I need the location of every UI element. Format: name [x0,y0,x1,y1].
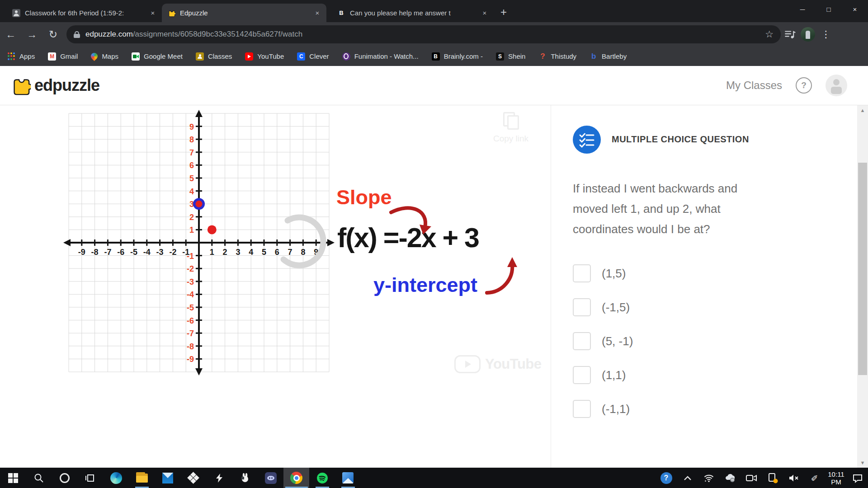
option-label: (1,1) [602,368,626,382]
tab-brainly[interactable]: B Can you please help me answer t × [332,4,494,22]
bookmark-clever[interactable]: C Clever [297,52,329,61]
checkbox[interactable] [573,366,591,384]
checkbox[interactable] [573,298,591,316]
scroll-down-icon[interactable]: ▼ [857,460,868,465]
mail-icon [162,473,173,483]
pen-button[interactable]: ✎ [804,468,826,488]
cortana-button[interactable] [52,468,77,488]
svg-text:-1: -1 [187,252,194,261]
copy-link-label: Copy link [484,134,538,144]
assignment-content: -9-9-8-8-7-7-6-6-5-5-4-4-3-3-2-2-1-11122… [0,105,868,468]
task-view-button[interactable] [77,468,103,488]
edpuzzle-logo[interactable]: edpuzzle [10,75,99,96]
bookmark-label: Apps [19,52,35,60]
tray-expand-button[interactable] [677,468,698,488]
bookmark-shein[interactable]: S Shein [496,52,525,61]
account-avatar[interactable] [826,75,847,96]
chrome-icon [290,472,302,484]
option-label: (1,5) [602,267,626,281]
bookmark-funimation[interactable]: Funimation - Watch... [342,52,419,61]
lightning-app-button[interactable] [206,468,232,488]
window-minimize-icon[interactable]: ─ [789,0,816,19]
wifi-icon [703,473,714,483]
funimation-icon [342,52,350,61]
bookmark-label: Classes [208,52,232,60]
answer-option[interactable]: (5, -1) [573,332,633,351]
tab-classwork[interactable]: Classwork for 6th Period (1:59-2: × [7,4,162,22]
onedrive-button[interactable] [719,468,741,488]
chevron-up-icon [683,474,692,482]
bookmark-brainly[interactable]: B Brainly.com - [432,52,483,61]
media-playlist-icon[interactable] [781,28,799,40]
close-tab-icon[interactable]: × [312,8,323,19]
forward-icon[interactable]: → [21,28,42,41]
scrollbar[interactable]: ▲ ▼ [857,105,868,468]
rotation-lock-button[interactable] [762,468,783,488]
edge-button[interactable] [103,468,129,488]
answer-option[interactable]: (-1,5) [573,298,630,317]
window-close-icon[interactable]: × [842,0,868,19]
help-icon[interactable]: ? [796,77,812,94]
browser-menu-icon[interactable]: ⋮ [817,29,835,40]
shein-s-icon: S [496,52,504,61]
answer-option[interactable]: (1,5) [573,264,626,283]
bookmark-star-icon[interactable]: ☆ [765,29,774,40]
bookmark-youtube[interactable]: YouTube [245,52,284,61]
file-explorer-button[interactable] [129,468,155,488]
lightning-icon [214,473,225,483]
address-bar[interactable]: edpuzzle.com/assignments/6058d9bc33e3514… [66,25,781,43]
meet-now-button[interactable] [741,468,762,488]
answer-option[interactable]: (1,1) [573,366,626,385]
bookmark-bartleby[interactable]: b Bartleby [590,52,627,61]
volume-button[interactable] [783,468,804,488]
spotify-button[interactable] [309,468,335,488]
checkbox[interactable] [573,332,591,350]
photos-button[interactable] [335,468,361,488]
taskbar-clock[interactable]: 10:11 PM [826,468,847,488]
scroll-up-icon[interactable]: ▲ [857,108,868,113]
start-button[interactable] [0,468,26,488]
dropbox-button[interactable] [180,468,206,488]
task-view-icon [85,473,96,483]
bookmark-maps[interactable]: Maps [91,52,118,60]
bookmark-thistudy[interactable]: ? Thistudy [538,52,576,61]
brand-name: edpuzzle [34,76,99,95]
new-tab-button[interactable]: + [496,5,511,20]
reload-icon[interactable]: ↻ [42,28,64,41]
youtube-watermark-text: YouTube [485,356,542,372]
youtube-play-icon [454,355,481,373]
back-icon[interactable]: ← [0,28,21,41]
scrollbar-thumb[interactable] [858,163,867,375]
bookmark-google-meet[interactable]: Google Meet [132,52,183,61]
action-center-button[interactable] [847,468,868,488]
search-button[interactable] [26,468,52,488]
discord-button[interactable] [258,468,283,488]
multiple-choice-icon [573,126,601,154]
classroom-icon [196,52,204,61]
bookmark-classes[interactable]: Classes [196,52,232,61]
anki-button[interactable] [232,468,258,488]
my-classes-link[interactable]: My Classes [726,79,782,92]
close-tab-icon[interactable]: × [147,8,158,19]
svg-text:-5: -5 [130,248,137,257]
checkbox[interactable] [573,264,591,282]
bookmark-apps[interactable]: Apps [7,52,35,61]
chrome-button[interactable] [283,468,309,488]
photos-icon [342,472,354,483]
close-tab-icon[interactable]: × [479,8,490,19]
svg-text:1: 1 [210,248,214,257]
get-help-button[interactable]: ? [656,468,677,488]
tab-edpuzzle[interactable]: Edpuzzle × [162,4,326,22]
svg-text:-4: -4 [187,290,194,299]
bookmark-gmail[interactable]: M Gmail [48,52,78,61]
checkbox[interactable] [573,400,591,418]
answer-option[interactable]: (-1,1) [573,399,630,418]
tab-title: Can you please help me answer t [350,9,476,17]
window-controls: ─ □ × [789,0,868,19]
mail-button[interactable] [155,468,180,488]
bookmark-label: Bartleby [602,52,627,60]
profile-avatar[interactable] [799,27,817,42]
window-maximize-icon[interactable]: □ [816,0,842,19]
copy-link-button[interactable]: Copy link [484,112,538,144]
network-button[interactable] [698,468,719,488]
